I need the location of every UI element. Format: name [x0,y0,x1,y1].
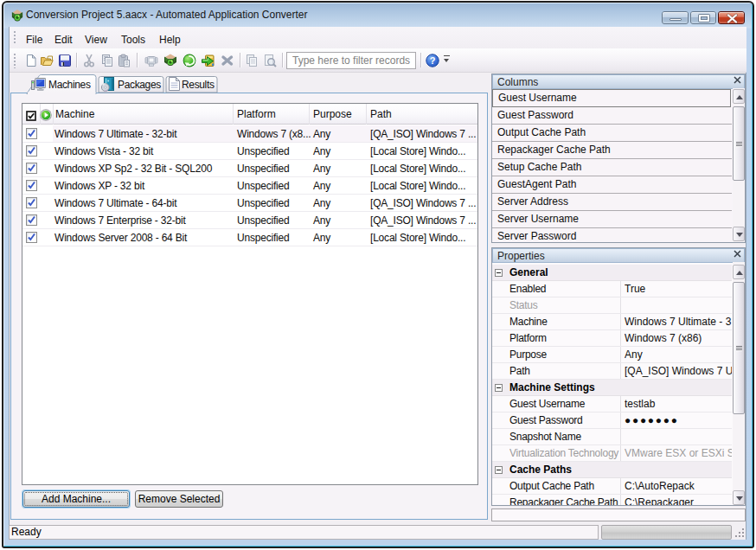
svg-text:?: ? [430,55,436,66]
